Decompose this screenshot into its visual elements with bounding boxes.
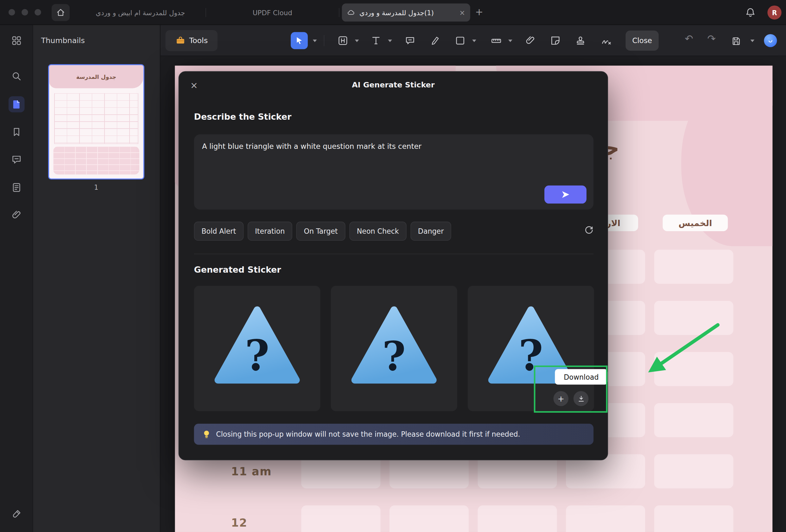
sidebar-item-edit[interactable] <box>8 506 25 522</box>
shape-tool-button[interactable] <box>452 32 469 49</box>
highlighter-tool-button[interactable] <box>426 32 444 49</box>
schedule-cell <box>654 403 734 437</box>
app-window: جدول للمدرسة ام ابيض و وردي UPDF Cloud (… <box>0 0 786 532</box>
text-tool-dropdown-icon[interactable] <box>388 40 392 42</box>
refresh-tags-button[interactable] <box>583 225 595 236</box>
notifications-button[interactable] <box>745 7 756 18</box>
heading-tool-button[interactable] <box>334 32 351 49</box>
send-icon <box>560 190 571 200</box>
window-close-button[interactable] <box>8 9 15 16</box>
sidebar-item-bookmarks[interactable] <box>8 124 25 140</box>
undo-icon[interactable]: ↶ <box>685 33 693 44</box>
modal-divider <box>194 254 594 254</box>
save-icon <box>731 36 741 46</box>
tab-close-icon[interactable]: × <box>459 9 465 16</box>
comments-icon <box>11 154 22 165</box>
tab-updf-cloud[interactable]: UPDF Cloud <box>206 0 339 25</box>
signature-tool-button[interactable] <box>598 32 615 49</box>
select-tool-dropdown-icon[interactable] <box>313 40 317 42</box>
tab-label: جدول للمدرسة ام ابيض و وردي <box>96 8 185 17</box>
generated-heading: Generated Sticker <box>194 265 281 275</box>
annotation-highlight-rect <box>534 366 608 413</box>
measure-tool-dropdown-icon[interactable] <box>508 40 512 42</box>
comment-tool-button[interactable] <box>401 32 419 49</box>
ai-assistant-icon <box>767 37 774 44</box>
close-label: Close <box>632 37 652 45</box>
sticker-prompt-input[interactable]: A light blue triangle with a white quest… <box>194 134 594 210</box>
thumbnail-header: جدول المدرسة <box>49 65 143 88</box>
tools-button[interactable]: Tools <box>165 30 217 51</box>
shape-tool-dropdown-icon[interactable] <box>472 40 476 42</box>
home-icon <box>56 7 66 18</box>
sidebar-item-comments[interactable] <box>8 152 25 167</box>
schedule-cell <box>390 505 469 532</box>
measure-tool-button[interactable] <box>488 32 505 49</box>
window-zoom-button[interactable] <box>34 9 41 16</box>
modal-header: × AI Generate Sticker <box>179 72 607 97</box>
sidebar-item-fields[interactable] <box>8 180 25 196</box>
stamp-tool-button[interactable] <box>572 32 589 49</box>
generate-send-button[interactable] <box>545 186 586 204</box>
signature-tool-icon <box>601 35 612 46</box>
text-tool-button[interactable] <box>367 32 385 49</box>
sidebar-rail <box>0 25 33 532</box>
toolbar-divider <box>324 35 325 46</box>
tag-bold-alert[interactable]: Bold Alert <box>194 222 244 241</box>
sidebar-item-apps[interactable] <box>8 32 25 49</box>
save-button[interactable] <box>727 32 744 49</box>
new-tab-icon[interactable]: + <box>475 6 483 17</box>
page-thumbnail[interactable]: جدول المدرسة <box>48 64 144 180</box>
tag-danger[interactable]: Danger <box>410 222 451 241</box>
heading-tool-dropdown-icon[interactable] <box>355 40 359 42</box>
avatar[interactable]: R <box>767 5 781 19</box>
svg-text:?: ? <box>382 332 406 380</box>
sidebar-item-attachments[interactable] <box>8 207 25 223</box>
schedule-cell <box>654 250 734 284</box>
ai-assistant-button[interactable] <box>764 34 777 47</box>
sidebar-item-thumbnails[interactable] <box>8 96 25 112</box>
attachment-tool-icon <box>525 35 536 46</box>
tab-document-active[interactable]: (1)جدول للمدرسة و وردي × <box>342 3 470 22</box>
stamp-tool-icon <box>575 35 586 46</box>
paperclip-icon <box>11 210 22 221</box>
attachment-tool-button[interactable] <box>522 32 539 49</box>
tag-iteration[interactable]: Iteration <box>248 222 292 241</box>
tab-separator <box>339 8 340 17</box>
select-tool-button[interactable] <box>291 32 308 49</box>
toolbox-icon <box>175 36 185 46</box>
bookmark-icon <box>11 126 22 137</box>
thumbnail-footer <box>53 146 139 175</box>
panel-title: Thumbnails <box>41 36 85 45</box>
shape-tool-icon <box>455 35 466 46</box>
sticker-tool-button[interactable] <box>547 32 564 49</box>
close-document-button[interactable]: Close <box>625 31 658 51</box>
home-button[interactable] <box>52 4 70 21</box>
schedule-cell <box>301 505 380 532</box>
annotation-arrow <box>642 316 727 381</box>
sidebar-item-search[interactable] <box>8 68 25 84</box>
describe-heading: Describe the Sticker <box>194 112 292 122</box>
sticker-result-1[interactable]: ? <box>194 286 321 411</box>
heading-tool-icon <box>337 35 348 46</box>
sticker-result-2[interactable]: ? <box>331 286 457 411</box>
measure-tool-icon <box>491 35 502 46</box>
tag-on-target[interactable]: On Target <box>296 222 346 241</box>
svg-text:?: ? <box>245 331 270 380</box>
save-dropdown-icon[interactable] <box>750 40 755 42</box>
tag-neon-check[interactable]: Neon Check <box>349 222 407 241</box>
lightbulb-icon <box>202 429 211 439</box>
notice-text: Closing this pop-up window will not save… <box>216 430 520 438</box>
thumbnail-title: جدول المدرسة <box>76 73 117 80</box>
search-icon <box>11 71 22 82</box>
thumbnails-panel: Thumbnails جدول المدرسة 1 <box>33 25 160 532</box>
schedule-cell <box>654 505 734 532</box>
tools-label: Tools <box>189 36 208 45</box>
tab-document-1[interactable]: جدول للمدرسة ام ابيض و وردي <box>75 0 206 25</box>
redo-icon[interactable]: ↷ <box>707 33 716 44</box>
bell-icon <box>745 7 756 18</box>
text-tool-icon <box>371 35 382 46</box>
refresh-icon <box>583 225 595 236</box>
comment-tool-icon <box>404 35 415 46</box>
window-minimize-button[interactable] <box>22 9 28 16</box>
tab-label: UPDF Cloud <box>253 8 292 17</box>
